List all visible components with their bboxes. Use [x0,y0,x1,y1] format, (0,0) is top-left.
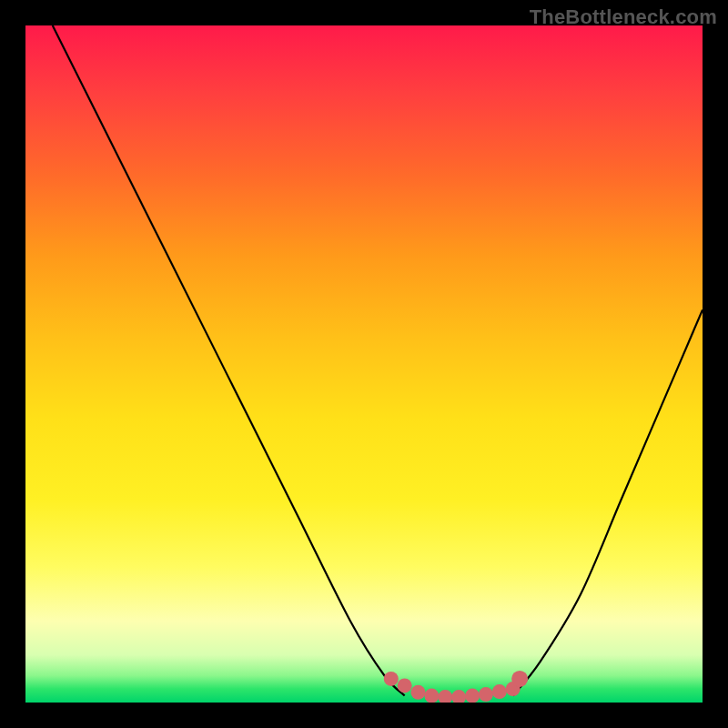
trough-dot [438,690,452,703]
trough-dot [424,689,439,703]
trough-dot [492,684,507,699]
trough-dot [511,671,528,687]
trough-dot [384,672,399,686]
trough-dot [465,689,480,703]
plot-area [25,25,703,703]
right-curve [513,309,703,695]
trough-dot [451,690,466,703]
chart-svg [25,25,703,703]
chart-frame: TheBottleneck.com [0,0,728,728]
trough-dot [398,678,412,693]
watermark-label: TheBottleneck.com [530,5,717,29]
left-curve [53,25,405,696]
trough-dot [411,685,426,700]
trough-dot [479,687,493,702]
